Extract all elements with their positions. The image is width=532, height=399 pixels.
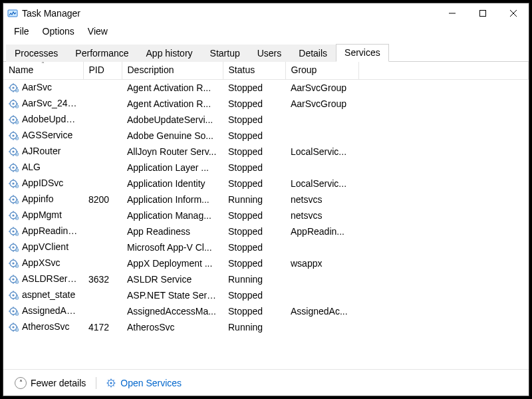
service-group <box>285 128 358 144</box>
service-group: AppReadin... <box>285 223 358 239</box>
service-pid: 4172 <box>83 319 122 335</box>
svg-point-90 <box>12 279 14 281</box>
sort-ascending-icon: ˄ <box>41 62 45 68</box>
service-description: AllJoyn Router Serv... <box>122 144 223 160</box>
svg-point-27 <box>12 135 14 137</box>
col-pid[interactable]: PID <box>83 62 122 80</box>
tab-app-history[interactable]: App history <box>138 45 201 62</box>
close-button[interactable] <box>498 3 529 23</box>
svg-line-124 <box>114 385 114 386</box>
service-group: netsvcs <box>285 207 358 223</box>
service-pid <box>83 207 122 223</box>
col-name[interactable]: ˄ Name <box>3 62 83 80</box>
tab-users[interactable]: Users <box>249 45 291 62</box>
service-status: Stopped <box>223 96 285 112</box>
service-description: App Readiness <box>122 223 223 239</box>
service-name: aspnet_state <box>22 289 75 300</box>
table-row[interactable]: AppXSvcAppX Deployment ...Stoppedwsappx <box>3 255 529 271</box>
service-name: AppIDSvc <box>22 178 63 188</box>
table-row[interactable]: AdobeUpdat...AdobeUpdateServi...Stopped <box>3 112 529 128</box>
service-status: Stopped <box>223 128 285 144</box>
table-row[interactable]: AssignedAcc...AssignedAccessMa...Stopped… <box>3 303 529 319</box>
svg-point-34 <box>12 151 14 153</box>
col-status[interactable]: Status <box>223 62 285 80</box>
tab-details[interactable]: Details <box>290 45 336 62</box>
service-icon <box>9 146 19 157</box>
table-row[interactable]: AppVClientMicrosoft App-V Cl...Stopped <box>3 239 529 255</box>
service-group <box>285 287 358 303</box>
table-row[interactable]: AJRouterAllJoyn Router Serv...StoppedLoc… <box>3 144 529 160</box>
menu-options[interactable]: Options <box>36 25 81 38</box>
service-icon <box>9 130 19 141</box>
tab-processes[interactable]: Processes <box>6 45 66 62</box>
svg-point-83 <box>12 263 14 265</box>
service-pid <box>83 287 122 303</box>
service-group: LocalServic... <box>285 144 358 160</box>
service-status: Stopped <box>223 303 285 319</box>
service-status: Running <box>223 271 285 287</box>
svg-point-111 <box>12 327 14 329</box>
service-description: Adobe Genuine So... <box>122 128 223 144</box>
service-description: Application Layer ... <box>122 160 223 176</box>
maximize-button[interactable] <box>467 3 498 23</box>
service-group: netsvcs <box>285 192 358 207</box>
service-icon <box>9 226 19 237</box>
service-name: AppVClient <box>22 241 68 252</box>
service-pid <box>83 112 122 128</box>
service-icon <box>9 114 19 125</box>
table-row[interactable]: AarSvcAgent Activation R...StoppedAarSvc… <box>3 80 529 96</box>
service-name: AJRouter <box>22 146 61 156</box>
service-status: Stopped <box>223 239 285 255</box>
tab-startup[interactable]: Startup <box>201 45 249 62</box>
service-icon <box>9 178 19 189</box>
service-description: ASP.NET State Serv... <box>122 287 223 303</box>
separator <box>96 377 96 389</box>
service-icon <box>9 274 19 285</box>
svg-point-76 <box>12 247 14 249</box>
service-icon <box>9 98 19 109</box>
service-name: AdobeUpdat... <box>22 114 82 124</box>
service-group: AarSvcGroup <box>285 96 358 112</box>
col-description[interactable]: Description <box>122 62 223 80</box>
service-description: AssignedAccessMa... <box>122 303 223 319</box>
titlebar: Task Manager <box>3 3 529 23</box>
fewer-details-button[interactable]: ˄ Fewer details <box>10 375 90 391</box>
services-list: ˄ Name PID Description Status Group AarS… <box>3 62 529 396</box>
service-description: AdobeUpdateServi... <box>122 112 223 128</box>
service-description: Application Identity <box>122 176 223 192</box>
open-services-link[interactable]: Open Services <box>102 376 186 390</box>
menu-file[interactable]: File <box>7 25 36 38</box>
service-name: AppXSvc <box>22 257 61 268</box>
minimize-button[interactable] <box>437 3 467 23</box>
tab-performance[interactable]: Performance <box>66 45 137 62</box>
service-status: Running <box>223 192 285 207</box>
menubar: File Options View <box>3 23 529 39</box>
tabstrip: Processes Performance App history Startu… <box>3 43 529 62</box>
table-row[interactable]: AarSvc_24cfc...Agent Activation R...Stop… <box>3 96 529 112</box>
service-status: Stopped <box>223 176 285 192</box>
service-pid: 3632 <box>83 271 122 287</box>
service-group: AssignedAc... <box>285 303 358 319</box>
service-pid <box>83 80 122 96</box>
service-pid <box>83 160 122 176</box>
table-row[interactable]: ALGApplication Layer ...Stopped <box>3 160 529 176</box>
service-status: Stopped <box>223 287 285 303</box>
service-group: AarSvcGroup <box>285 80 358 96</box>
table-row[interactable]: aspnet_stateASP.NET State Serv...Stopped <box>3 287 529 303</box>
service-status: Stopped <box>223 255 285 271</box>
svg-point-104 <box>12 311 14 313</box>
table-row[interactable]: Appinfo8200Application Inform...Runningn… <box>3 192 529 207</box>
menu-view[interactable]: View <box>81 25 114 38</box>
service-status: Stopped <box>223 112 285 128</box>
table-row[interactable]: AppReadinessApp ReadinessStoppedAppReadi… <box>3 223 529 239</box>
table-row[interactable]: AppIDSvcApplication IdentityStoppedLocal… <box>3 176 529 192</box>
service-status: Stopped <box>223 223 285 239</box>
tab-services[interactable]: Services <box>336 44 389 62</box>
table-row[interactable]: ASLDRService3632ASLDR ServiceRunning <box>3 271 529 287</box>
table-row[interactable]: AppMgmtApplication Manag...Stoppednetsvc… <box>3 207 529 223</box>
table-row[interactable]: AGSServiceAdobe Genuine So...Stopped <box>3 128 529 144</box>
table-row[interactable]: AtherosSvc4172AtherosSvcRunning <box>3 319 529 335</box>
service-status: Stopped <box>223 207 285 223</box>
col-group[interactable]: Group <box>285 62 358 80</box>
service-description: Microsoft App-V Cl... <box>122 239 223 255</box>
